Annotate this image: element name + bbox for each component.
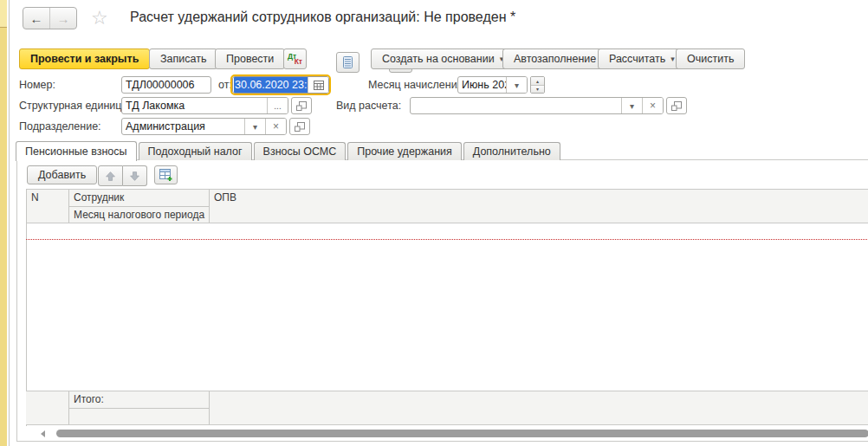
chevron-down-icon: ▾ — [670, 55, 675, 63]
calculate-button[interactable]: Рассчитать ▾ — [598, 48, 686, 69]
window-border — [9, 0, 10, 446]
department-clear-button[interactable]: × — [265, 119, 286, 134]
arrow-down-icon — [129, 171, 140, 182]
arrow-up-icon — [105, 171, 116, 182]
structural-unit-open-button[interactable] — [291, 97, 312, 114]
clear-button[interactable]: Очистить — [676, 48, 745, 69]
chevron-down-icon: ▾ — [630, 101, 634, 111]
date-input-group: 30.06.2020 23:59:5 — [232, 76, 329, 94]
footer-row-divider — [68, 408, 209, 409]
tab-strip: Пенсионные взносы Подоходный налог Взнос… — [16, 141, 562, 161]
autofill-label: Автозаполнение — [514, 53, 596, 65]
tab-label: Прочие удержания — [357, 145, 452, 158]
calculation-kind-input[interactable] — [411, 98, 621, 113]
post-button[interactable]: Провести — [215, 48, 285, 69]
back-button[interactable]: ← — [23, 8, 50, 29]
create-based-on-label: Создать на основании — [382, 53, 495, 65]
calendar-icon — [313, 80, 325, 91]
nav-history-group: ← → — [23, 7, 77, 29]
post-and-close-label: Провести и закрыть — [30, 53, 139, 65]
department-dropdown-button[interactable]: ▾ — [244, 119, 265, 134]
tab-label: Взносы ОСМС — [263, 145, 337, 158]
department-input[interactable]: Администрация — [122, 119, 244, 134]
close-icon: × — [273, 120, 279, 133]
triangle-down-icon: ▾ — [536, 86, 539, 92]
stepper-up-button[interactable]: ▴ — [531, 77, 544, 86]
register-list-button[interactable] — [336, 52, 360, 73]
department-open-button[interactable] — [289, 118, 310, 135]
chevron-down-icon: ▾ — [515, 81, 519, 90]
accrual-month-input[interactable]: Июнь 2020 — [458, 77, 506, 93]
accrual-month-dropdown-button[interactable]: ▾ — [506, 77, 527, 93]
number-label: Номер: — [19, 76, 55, 94]
tab-income-tax[interactable]: Подоходный налог — [139, 142, 252, 160]
favorite-star-icon[interactable]: ☆ — [91, 7, 108, 29]
tab-osms-contributions[interactable]: Взносы ОСМС — [254, 142, 347, 160]
triangle-up-icon: ▴ — [536, 78, 539, 84]
column-divider — [209, 391, 210, 424]
forward-button[interactable]: → — [50, 8, 76, 29]
tab-pension-contributions[interactable]: Пенсионные взносы — [16, 141, 137, 161]
tab-other-withholdings[interactable]: Прочие удержания — [347, 142, 462, 160]
tab-panel: Добавить N — [16, 159, 868, 442]
scroll-thumb[interactable] — [56, 430, 868, 437]
credit-label: Кт — [295, 58, 302, 65]
header-row-divider — [68, 206, 209, 207]
add-row-label: Добавить — [38, 169, 86, 181]
column-header-tax-period-month[interactable]: Месяц налогового периода — [68, 207, 209, 223]
tab-additional[interactable]: Дополнительно — [463, 142, 560, 160]
horizontal-scrollbar[interactable] — [27, 427, 868, 440]
grid-header: N Сотрудник Месяц налогового периода ОПВ — [26, 189, 868, 223]
create-based-on-button[interactable]: Создать на основании ▾ — [371, 48, 515, 69]
move-up-button[interactable] — [98, 165, 123, 186]
department-label: Подразделение: — [19, 118, 101, 135]
number-input[interactable]: ТДЛ00000006 — [121, 76, 211, 94]
accrual-month-label: Месяц начисления: — [368, 76, 466, 94]
footer-total-label: Итого: — [68, 391, 209, 408]
calculation-kind-label: Вид расчета: — [336, 97, 401, 114]
calculate-label: Рассчитать — [609, 53, 665, 65]
structural-unit-choose-button[interactable]: ... — [267, 98, 288, 113]
calculation-kind-clear-button[interactable]: × — [642, 98, 663, 113]
grid-footer: Итого: — [26, 391, 868, 425]
column-header-num[interactable]: N — [26, 190, 68, 206]
left-edge-strip-lower — [0, 27, 7, 446]
calculation-kind-dropdown-button[interactable]: ▾ — [621, 98, 642, 113]
structural-unit-label: Структурная единица: — [19, 97, 131, 114]
accrual-month-stepper: ▴ ▾ — [530, 76, 545, 94]
pick-selection-button[interactable] — [154, 165, 178, 184]
write-button[interactable]: Записать — [149, 48, 217, 69]
move-buttons-group — [98, 165, 147, 186]
table-add-icon — [159, 168, 173, 182]
date-input[interactable]: 30.06.2020 23:59:5 — [233, 77, 308, 93]
back-icon: ← — [30, 11, 43, 26]
column-header-employee[interactable]: Сотрудник — [68, 190, 209, 206]
empty-row-marker — [26, 239, 868, 240]
structural-unit-input[interactable]: ТД Лакомка — [122, 98, 267, 113]
move-down-button[interactable] — [123, 165, 147, 186]
calculation-kind-open-button[interactable] — [666, 97, 687, 114]
post-and-close-button[interactable]: Провести и закрыть — [19, 48, 150, 69]
ellipsis-icon: ... — [274, 101, 281, 111]
document-window: ← → ☆ Расчет удержаний сотрудников орган… — [0, 0, 868, 446]
column-divider — [209, 190, 210, 223]
close-icon: × — [650, 100, 656, 112]
tab-label: Подоходный налог — [148, 145, 243, 158]
tab-label: Пенсионные взносы — [25, 145, 127, 158]
column-header-opv[interactable]: ОПВ — [209, 190, 868, 206]
post-label: Провести — [226, 53, 274, 65]
scroll-left-button[interactable] — [41, 430, 45, 437]
stepper-down-button[interactable]: ▾ — [531, 86, 544, 94]
accrual-month-field: Июнь 2020 ▾ — [457, 76, 528, 94]
show-postings-button[interactable]: Дт Кт — [283, 48, 307, 69]
open-icon — [294, 121, 306, 133]
add-row-button[interactable]: Добавить — [27, 165, 97, 184]
date-value-selected: 30.06.2020 23:59:5 — [234, 77, 308, 93]
number-value: ТДЛ00000006 — [122, 77, 211, 93]
chevron-down-icon: ▾ — [253, 122, 257, 132]
page-title: Расчет удержаний сотрудников организаций… — [130, 10, 515, 25]
calendar-button[interactable] — [308, 77, 328, 93]
forward-icon: → — [57, 11, 70, 26]
date-label: от: — [218, 76, 232, 94]
calculation-kind-field: ▾ × — [410, 97, 664, 114]
